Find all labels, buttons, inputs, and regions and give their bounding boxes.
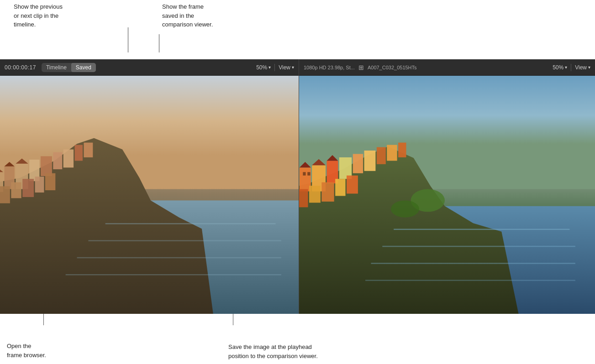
annotation-top-left: Show the previous or next clip in the ti… [14, 2, 87, 29]
svg-rect-40 [335, 179, 345, 196]
svg-rect-45 [307, 172, 310, 175]
grid-icon: ⊞ [358, 64, 364, 71]
svg-rect-20 [105, 223, 276, 224]
annot-line-bottom-center [233, 314, 233, 325]
svg-rect-32 [353, 154, 363, 173]
svg-rect-50 [394, 229, 569, 230]
svg-rect-10 [75, 145, 83, 161]
annotation-bottom-left: Open the frame browser. [7, 342, 46, 359]
svg-rect-33 [364, 151, 376, 171]
left-viewer-toolbar: 00:00:00:17 Timeline Saved 50% View [0, 59, 299, 76]
svg-rect-41 [347, 176, 358, 194]
saved-button[interactable]: Saved [71, 63, 96, 72]
svg-rect-13 [11, 182, 21, 198]
svg-rect-37 [299, 189, 308, 208]
left-video-svg [0, 76, 299, 314]
svg-rect-34 [377, 147, 386, 164]
viewer-right: 1080p HD 23.98p, St... ⊞ A007_C032_0515H… [299, 59, 595, 314]
svg-point-55 [391, 200, 419, 217]
left-view-button[interactable]: View [279, 64, 294, 71]
svg-rect-22 [77, 257, 281, 258]
annotation-bottom-center: Save the image at the playhead position … [228, 343, 356, 360]
svg-rect-44 [303, 172, 305, 175]
timeline-button[interactable]: Timeline [42, 63, 71, 72]
svg-rect-51 [382, 246, 575, 247]
right-clip-name: A007_C032_0515HTs [368, 65, 417, 70]
svg-rect-53 [365, 280, 575, 281]
right-zoom-button[interactable]: 50% [553, 64, 567, 71]
divider-1 [274, 64, 275, 71]
annotation-line-center [159, 34, 159, 52]
right-viewer-toolbar: 1080p HD 23.98p, St... ⊞ A007_C032_0515H… [299, 59, 595, 76]
svg-rect-23 [66, 274, 281, 275]
svg-rect-36 [398, 143, 406, 157]
svg-rect-16 [45, 173, 55, 190]
svg-rect-9 [63, 150, 74, 168]
svg-rect-11 [84, 143, 93, 157]
viewer-left: 00:00:00:17 Timeline Saved 50% View [0, 59, 299, 314]
svg-rect-15 [35, 177, 44, 192]
svg-rect-52 [371, 263, 575, 264]
svg-rect-8 [53, 152, 62, 169]
segment-buttons[interactable]: Timeline Saved [42, 63, 96, 72]
right-view-button[interactable]: View [575, 64, 590, 71]
svg-rect-38 [309, 186, 321, 203]
right-video-svg [299, 76, 595, 314]
annotation-line-left [128, 27, 128, 52]
right-video-frame [299, 76, 595, 314]
svg-rect-14 [22, 179, 34, 197]
right-resolution: 1080p HD 23.98p, St... [304, 65, 355, 70]
svg-rect-7 [41, 156, 52, 176]
annot-line-bottom-left [43, 314, 44, 325]
divider-2 [571, 64, 571, 71]
annotation-top-center: Show the frame saved in the comparison v… [162, 2, 258, 29]
svg-rect-39 [321, 182, 334, 202]
svg-rect-35 [387, 145, 397, 161]
annotations-top: Show the previous or next clip in the ti… [0, 0, 595, 59]
viewers-container: 00:00:00:17 Timeline Saved 50% View [0, 59, 595, 314]
left-video-frame [0, 76, 299, 314]
annotations-bottom: Open the frame browser. Save the image a… [0, 314, 595, 364]
svg-rect-12 [0, 186, 10, 203]
svg-rect-21 [88, 240, 281, 241]
left-zoom-button[interactable]: 50% [256, 64, 271, 71]
left-timecode: 00:00:00:17 [5, 64, 36, 71]
